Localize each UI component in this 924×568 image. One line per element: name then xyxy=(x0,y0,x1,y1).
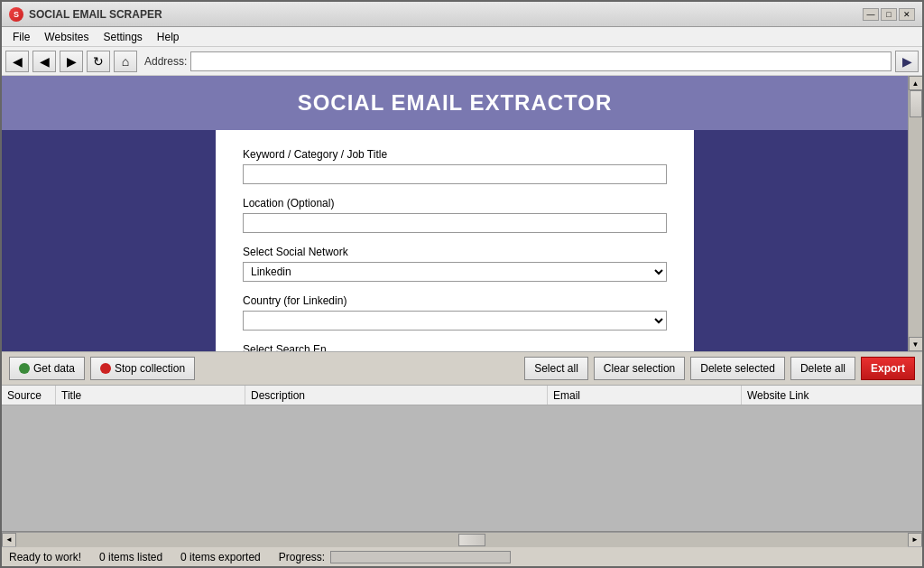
title-bar-controls: — □ ✕ xyxy=(863,8,915,21)
stop-icon xyxy=(100,363,111,374)
app-title: SOCIAL EMAIL SCRAPER xyxy=(29,8,162,21)
keyword-group: Keyword / Category / Job Title xyxy=(243,148,667,184)
select-all-button[interactable]: Select all xyxy=(524,357,588,380)
app-window: S SOCIAL EMAIL SCRAPER — □ ✕ File Websit… xyxy=(0,0,924,568)
h-scroll-thumb[interactable] xyxy=(458,534,485,546)
country-label: Country (for Linkedin) xyxy=(243,294,667,307)
action-bar: Get data Stop collection Select all Clea… xyxy=(2,351,922,386)
stop-collection-button[interactable]: Stop collection xyxy=(90,357,195,380)
scroll-left-button[interactable]: ◄ xyxy=(2,533,16,547)
delete-selected-button[interactable]: Delete selected xyxy=(690,357,785,380)
table-header: Source Title Description Email Website L… xyxy=(2,386,922,405)
progress-bar-container xyxy=(330,551,511,563)
get-data-icon xyxy=(19,363,30,374)
web-title: SOCIAL EMAIL EXTRACTOR xyxy=(298,90,613,115)
progress-item: Progress: xyxy=(279,551,511,563)
right-scrollbar: ▲ ▼ xyxy=(908,76,922,351)
h-scrollbar: ◄ ► xyxy=(2,532,922,546)
menu-file[interactable]: File xyxy=(5,29,37,45)
web-scroll-area: SOCIAL EMAIL EXTRACTOR Keyword / Categor… xyxy=(2,76,908,351)
home-button[interactable]: ⌂ xyxy=(114,51,137,72)
export-button[interactable]: Export xyxy=(861,357,915,380)
form-inner: Keyword / Category / Job Title Location … xyxy=(216,130,694,351)
partial-label-group: Select Search En... xyxy=(243,343,667,351)
toolbar: ◀ ◀ ▶ ↻ ⌂ Address: ▶ xyxy=(2,47,922,76)
menu-websites[interactable]: Websites xyxy=(37,29,96,45)
ready-status: Ready to work! xyxy=(9,551,81,563)
scroll-track xyxy=(909,90,923,337)
col-desc: Description xyxy=(245,386,548,405)
delete-all-button[interactable]: Delete all xyxy=(790,357,855,380)
partial-label: Select Search En... xyxy=(243,343,667,351)
browser-viewport: SOCIAL EMAIL EXTRACTOR Keyword / Categor… xyxy=(2,76,922,351)
forward-button[interactable]: ▶ xyxy=(60,51,83,72)
scroll-right-button[interactable]: ► xyxy=(908,533,922,547)
col-email: Email xyxy=(548,386,742,405)
country-select[interactable] xyxy=(243,311,667,331)
table-body xyxy=(2,405,922,532)
status-bar: Ready to work! 0 items listed 0 items ex… xyxy=(2,546,922,566)
keyword-input[interactable] xyxy=(243,164,667,184)
h-scroll-track xyxy=(16,533,908,547)
go-button[interactable]: ▶ xyxy=(895,51,919,72)
scroll-thumb[interactable] xyxy=(910,90,922,117)
table-area: Source Title Description Email Website L… xyxy=(2,386,922,532)
location-label: Location (Optional) xyxy=(243,197,667,210)
address-input[interactable] xyxy=(190,51,892,71)
back2-button[interactable]: ◀ xyxy=(32,51,56,72)
menu-bar: File Websites Settings Help xyxy=(2,27,922,47)
keyword-label: Keyword / Category / Job Title xyxy=(243,148,667,161)
web-header: SOCIAL EMAIL EXTRACTOR xyxy=(2,76,908,130)
network-group: Select Social Network Linkedin Facebook … xyxy=(243,246,667,282)
app-icon: S xyxy=(9,7,23,22)
address-label: Address: xyxy=(144,55,187,68)
scroll-up-button[interactable]: ▲ xyxy=(909,76,923,90)
title-bar: S SOCIAL EMAIL SCRAPER — □ ✕ xyxy=(2,2,922,27)
refresh-button[interactable]: ↻ xyxy=(87,51,110,72)
title-bar-left: S SOCIAL EMAIL SCRAPER xyxy=(9,7,162,22)
form-container: Keyword / Category / Job Title Location … xyxy=(2,130,908,351)
location-group: Location (Optional) xyxy=(243,197,667,233)
items-listed-text: 0 items listed xyxy=(99,551,162,563)
scroll-down-button[interactable]: ▼ xyxy=(909,337,923,351)
col-title: Title xyxy=(56,386,245,405)
items-exported-text: 0 items exported xyxy=(180,551,261,563)
network-select[interactable]: Linkedin Facebook Twitter Instagram xyxy=(243,262,667,282)
maximize-button[interactable]: □ xyxy=(881,8,897,21)
col-website: Website Link xyxy=(742,386,922,405)
progress-label: Progress: xyxy=(279,551,325,563)
clear-selection-button[interactable]: Clear selection xyxy=(594,357,685,380)
menu-help[interactable]: Help xyxy=(150,29,187,45)
back-button[interactable]: ◀ xyxy=(5,51,29,72)
items-exported-item: 0 items exported xyxy=(180,551,261,563)
col-source: Source xyxy=(2,386,56,405)
get-data-button[interactable]: Get data xyxy=(9,357,85,380)
location-input[interactable] xyxy=(243,213,667,233)
country-group: Country (for Linkedin) xyxy=(243,294,667,331)
minimize-button[interactable]: — xyxy=(863,8,879,21)
network-label: Select Social Network xyxy=(243,246,667,258)
main-area: SOCIAL EMAIL EXTRACTOR Keyword / Categor… xyxy=(2,76,922,566)
items-listed-item: 0 items listed xyxy=(99,551,162,563)
menu-settings[interactable]: Settings xyxy=(96,29,149,45)
close-button[interactable]: ✕ xyxy=(899,8,915,21)
